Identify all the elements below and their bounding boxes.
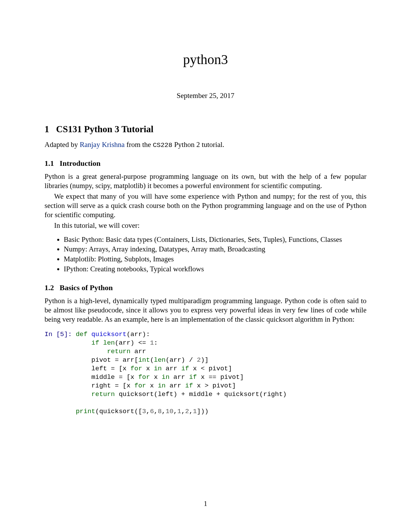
kw-in: in [162,373,170,381]
section-1-1-title: Introduction [60,159,100,168]
doc-date: September 25, 2017 [45,91,366,100]
basics-p1: Python is a high-level, dynamically type… [45,296,366,324]
code-text: : [154,339,158,347]
code-text: (arr) / [166,356,197,364]
code-text: x [142,365,154,372]
page-number: 1 [0,499,411,508]
kw-for: for [138,373,150,381]
code-text: (quicksort([ [95,408,142,415]
kw-if: if [185,382,193,389]
code-text: arr [170,373,189,381]
code-text: , [181,408,185,415]
section-1-1-heading: 1.1 Introduction [45,159,366,168]
kw-for: for [130,365,142,372]
code-text: , [189,408,193,415]
code-text: x [150,373,162,381]
kw-if: if [181,365,189,372]
num-literal: 8 [158,408,162,415]
code-text: arr [166,382,185,389]
section-1-1-number: 1.1 [45,159,54,168]
cs228-code: CS228 [153,141,172,149]
author-link[interactable]: Ranjay Krishna [80,140,125,149]
adapted-mid: from the [125,140,153,149]
intro-p2: We expect that many of you will have som… [45,192,366,220]
fn-quicksort: quicksort [91,331,127,338]
intro-p1: Python is a great general-purpose progra… [45,172,366,190]
code-text: pivot = arr[ [91,356,138,364]
code-text: ])) [197,408,209,415]
num-literal: 10 [166,408,174,415]
num-literal: 1 [150,339,154,347]
builtin-print: print [76,408,95,415]
adapted-pre: Adapted by [45,140,80,149]
code-text: x > pivot] [193,382,236,389]
builtin-len: len [154,356,165,364]
code-text: left = [x [91,365,130,372]
num-literal: 6 [150,408,154,415]
list-item: Numpy: Arrays, Array indexing, Datatypes… [64,245,366,254]
code-text: , [162,408,165,415]
intro-p3: In this tutorial, we will cover: [45,221,366,230]
code-text: quicksort(left) + middle + quicksort(rig… [115,391,287,398]
section-1-2-heading: 1.2 Basics of Python [45,283,366,292]
kw-in: in [154,365,162,372]
list-item: IPython: Creating notebooks, Typical wor… [64,264,366,274]
num-literal: 1 [193,408,197,415]
num-literal: 2 [197,356,201,364]
section-1-heading: 1 CS131 Python 3 Tutorial [45,124,366,135]
section-1-2-title: Basics of Python [60,283,113,292]
code-text: )] [201,356,209,364]
code-text: x [146,382,158,389]
adapted-line: Adapted by Ranjay Krishna from the CS228… [45,140,366,149]
kw-return: return [107,348,130,355]
kw-if: if [91,339,99,347]
builtin-int: int [138,356,150,364]
doc-title: python3 [45,51,366,67]
topics-list: Basic Python: Basic data types (Containe… [45,235,366,274]
adapted-post: Python 2 tutorial. [172,140,224,149]
kw-for: for [134,382,146,389]
code-text: arr [130,348,146,355]
section-1-number: 1 [45,124,49,134]
code-text: , [173,408,177,415]
section-1-title: CS131 Python 3 Tutorial [56,124,153,134]
code-text: x == pivot] [197,373,244,381]
num-literal: 1 [177,408,181,415]
kw-return: return [91,391,115,398]
kw-in: in [158,382,166,389]
code-prompt: In [5]: [45,331,76,338]
code-text: arr [162,365,181,372]
code-text: right = [x [91,382,134,389]
code-text: , [154,408,158,415]
num-literal: 3 [142,408,146,415]
list-item: Matplotlib: Plotting, Subplots, Images [64,255,366,264]
code-text: ( [150,356,154,364]
code-block: In [5]: def quicksort(arr): if len(arr) … [45,330,366,416]
list-item: Basic Python: Basic data types (Containe… [64,235,366,244]
code-text: (arr) <= [115,339,150,347]
num-literal: 2 [185,408,189,415]
code-text: x < pivot] [189,365,232,372]
kw-def: def [76,331,87,338]
builtin-len: len [103,339,115,347]
page: python3 September 25, 2017 1 CS131 Pytho… [0,0,411,532]
code-text: (arr): [126,331,150,338]
code-text: middle = [x [91,373,138,381]
kw-if: if [189,373,197,381]
section-1-2-number: 1.2 [45,283,54,292]
code-text: , [146,408,150,415]
